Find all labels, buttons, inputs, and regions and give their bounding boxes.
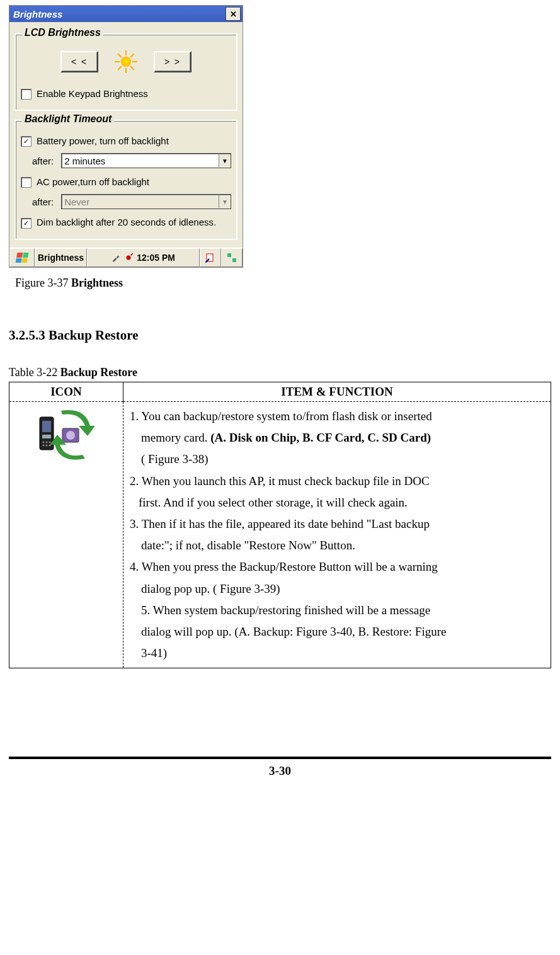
battery-after-value: 2 minutes [64, 156, 105, 166]
func-line: dialog will pop up. (A. Backup: Figure 3… [130, 621, 544, 643]
sun-icon [116, 52, 136, 72]
func-line: date:"; if not, disable "Restore Now" Bu… [130, 535, 544, 556]
titlebar: Brightness ✕ [9, 6, 243, 22]
backup-restore-icon [35, 409, 98, 460]
taskbar-time: 12:05 PM [137, 253, 175, 263]
svg-rect-6 [42, 435, 51, 438]
backlight-timeout-group: Backlight Timeout ✓ Battery power, turn … [14, 120, 237, 240]
tool-icon [111, 253, 120, 262]
func-line: first. And if you select other storage, … [130, 492, 544, 513]
signal-icon [124, 253, 133, 262]
function-cell: 1. You can backup/restore system to/from… [123, 402, 551, 668]
brightness-slider-row: < < > > [21, 45, 231, 84]
windows-icon [16, 253, 29, 263]
increase-brightness-button[interactable]: > > [154, 51, 191, 72]
svg-point-10 [43, 445, 45, 447]
header-function: ITEM & FUNCTION [123, 382, 551, 402]
chevron-down-icon: ▼ [219, 195, 231, 208]
svg-rect-5 [42, 421, 51, 432]
dim-checkbox[interactable]: ✓ [21, 218, 31, 229]
backlight-legend: Backlight Timeout [22, 113, 114, 125]
footer-rule [9, 757, 551, 759]
ac-label: AC power,turn off backlight [37, 176, 149, 187]
svg-rect-2 [227, 253, 231, 257]
section-heading: 3.2.5.3 Backup Restore [9, 328, 551, 343]
svg-point-7 [43, 442, 45, 443]
icon-cell [9, 402, 123, 668]
page-number: 3-30 [9, 764, 551, 778]
func-line: memory card. (A. Disk on Chip, B. CF Car… [130, 427, 544, 449]
func-line: 5. When system backup/restoring finished… [130, 600, 544, 621]
table-caption: Table 3-22 Backup Restore [9, 366, 551, 379]
ac-after-label: after: [32, 197, 54, 207]
backup-restore-table: ICON ITEM & FUNCTION 1. You can backup [9, 382, 551, 668]
figure-caption: Figure 3-37 Brightness [15, 277, 551, 290]
ac-after-row: after: Never ▼ [21, 192, 231, 213]
battery-after-row: after: 2 minutes ▼ [21, 151, 231, 172]
brightness-dialog: Brightness ✕ LCD Brightness < < > > [9, 5, 243, 268]
func-line: ( Figure 3-38) [130, 449, 544, 470]
battery-label: Battery power, turn off backlight [37, 135, 169, 146]
ac-checkbox[interactable] [21, 177, 31, 188]
func-line: 3-41) [130, 643, 544, 664]
taskbar-app[interactable]: Brightness [35, 248, 87, 267]
ac-after-dropdown: Never ▼ [61, 194, 231, 209]
svg-point-9 [49, 442, 51, 443]
battery-after-label: after: [32, 156, 54, 166]
start-button[interactable] [9, 248, 35, 267]
func-line: dialog pop up. ( Figure 3-39) [130, 578, 544, 600]
lcd-legend: LCD Brightness [22, 27, 103, 38]
enable-keypad-row: Enable Keypad Brightness [21, 84, 231, 103]
table-header-row: ICON ITEM & FUNCTION [9, 382, 551, 402]
battery-after-dropdown[interactable]: 2 minutes ▼ [61, 153, 231, 168]
svg-point-14 [66, 431, 75, 440]
desktop-icon [227, 253, 237, 263]
taskbar: Brightness 12:05 PM [9, 248, 243, 267]
table-row: 1. You can backup/restore system to/from… [9, 402, 551, 668]
chevron-down-icon: ▼ [219, 154, 231, 167]
ac-after-value: Never [64, 197, 89, 207]
figure-caption-bold: Brightness [71, 277, 123, 289]
svg-point-11 [46, 445, 48, 447]
svg-point-0 [127, 256, 131, 260]
func-line: 4. When you press the Backup/Restore But… [130, 556, 544, 578]
func-line: 2. When you launch this AP, it must chec… [130, 471, 544, 492]
dialog-title: Brightness [13, 9, 62, 20]
ac-row: AC power,turn off backlight [21, 172, 231, 192]
figure-caption-prefix: Figure 3-37 [15, 277, 71, 289]
svg-rect-3 [232, 258, 236, 262]
header-icon: ICON [9, 382, 123, 402]
tray-icon-2[interactable] [221, 248, 243, 267]
close-icon: ✕ [230, 10, 237, 18]
dialog-body: LCD Brightness < < > > Enable Keypad Bri [9, 22, 243, 248]
lcd-brightness-group: LCD Brightness < < > > Enable Keypad Bri [14, 33, 237, 111]
dim-row: ✓ Dim backlight after 20 seconds of idle… [21, 213, 231, 232]
svg-point-8 [46, 442, 48, 443]
enable-keypad-checkbox[interactable] [21, 89, 31, 100]
enable-keypad-label: Enable Keypad Brightness [37, 88, 148, 99]
note-icon [205, 253, 215, 263]
table-caption-prefix: Table 3-22 [9, 366, 60, 379]
table-caption-bold: Backup Restore [60, 366, 137, 379]
tray-icon-1[interactable] [200, 248, 221, 267]
func-line: 1. You can backup/restore system to/from… [130, 406, 544, 427]
func-line: 3. Then if it has the file, appeared its… [130, 513, 544, 535]
close-button[interactable]: ✕ [226, 7, 241, 21]
dim-label: Dim backlight after 20 seconds of idlene… [37, 217, 216, 227]
decrease-brightness-button[interactable]: < < [60, 51, 98, 72]
system-tray: 12:05 PM [87, 248, 200, 267]
battery-row: ✓ Battery power, turn off backlight [21, 131, 231, 151]
battery-checkbox[interactable]: ✓ [21, 136, 31, 147]
